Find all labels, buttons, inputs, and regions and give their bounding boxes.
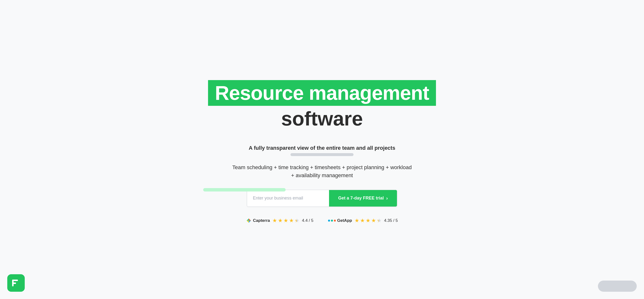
decorative-gray-bar (290, 153, 354, 156)
getapp-icon (328, 219, 336, 222)
svg-rect-8 (12, 279, 18, 281)
page-container: Resource management software A fully tra… (201, 66, 443, 233)
ratings-row: Capterra ★ ★ ★ ★ ★ ★ 4.4 / 5 (246, 217, 398, 224)
getapp-name: GetApp (337, 218, 352, 223)
svg-rect-5 (331, 220, 333, 222)
capterra-star-3: ★ (284, 217, 288, 224)
title-line1: Resource management (215, 82, 429, 104)
svg-marker-3 (246, 218, 249, 221)
hero-title-block: Resource management software (208, 80, 436, 131)
getapp-logo: GetApp (328, 218, 352, 223)
capterra-star-2: ★ (278, 217, 283, 224)
float-logo-icon (11, 278, 21, 288)
capterra-name: Capterra (253, 218, 270, 223)
features-text: Team scheduling + time tracking + timesh… (231, 163, 413, 179)
svg-rect-4 (328, 220, 330, 222)
title-highlight-bg: Resource management (208, 80, 436, 106)
logo-bottom-left (7, 274, 25, 292)
scroll-button[interactable] (598, 280, 637, 292)
getapp-star-1: ★ (354, 217, 359, 224)
title-line2: software (208, 107, 436, 131)
getapp-stars: ★ ★ ★ ★ ★ ★ (354, 217, 382, 224)
capterra-star-half: ★ ★ (294, 217, 300, 224)
getapp-score: 4.35 / 5 (384, 218, 398, 223)
capterra-rating: Capterra ★ ★ ★ ★ ★ ★ 4.4 / 5 (246, 217, 313, 224)
decorative-green-bar (203, 188, 286, 191)
email-input[interactable] (247, 190, 329, 206)
getapp-star-3: ★ (366, 217, 370, 224)
cta-button-label: Get a 7-day FREE trial (338, 196, 384, 201)
capterra-icon (246, 218, 252, 223)
svg-marker-2 (246, 221, 249, 223)
svg-marker-0 (249, 218, 251, 221)
getapp-rating: GetApp ★ ★ ★ ★ ★ ★ 4.35 / 5 (328, 217, 398, 224)
capterra-logo: Capterra (246, 218, 270, 223)
email-form: Get a 7-day FREE trial › (247, 190, 397, 207)
cta-button[interactable]: Get a 7-day FREE trial › (329, 190, 397, 206)
getapp-star-half: ★ ★ (377, 217, 382, 224)
capterra-star-1: ★ (272, 217, 277, 224)
capterra-stars: ★ ★ ★ ★ ★ ★ (272, 217, 300, 224)
chevron-right-icon: › (386, 195, 388, 201)
capterra-star-4: ★ (289, 217, 294, 224)
hero-subtitle: A fully transparent view of the entire t… (249, 145, 395, 151)
getapp-star-4: ★ (371, 217, 376, 224)
svg-rect-6 (334, 220, 336, 222)
capterra-score: 4.4 / 5 (302, 218, 313, 223)
svg-rect-9 (12, 282, 16, 284)
svg-marker-1 (249, 221, 251, 223)
getapp-star-2: ★ (360, 217, 365, 224)
